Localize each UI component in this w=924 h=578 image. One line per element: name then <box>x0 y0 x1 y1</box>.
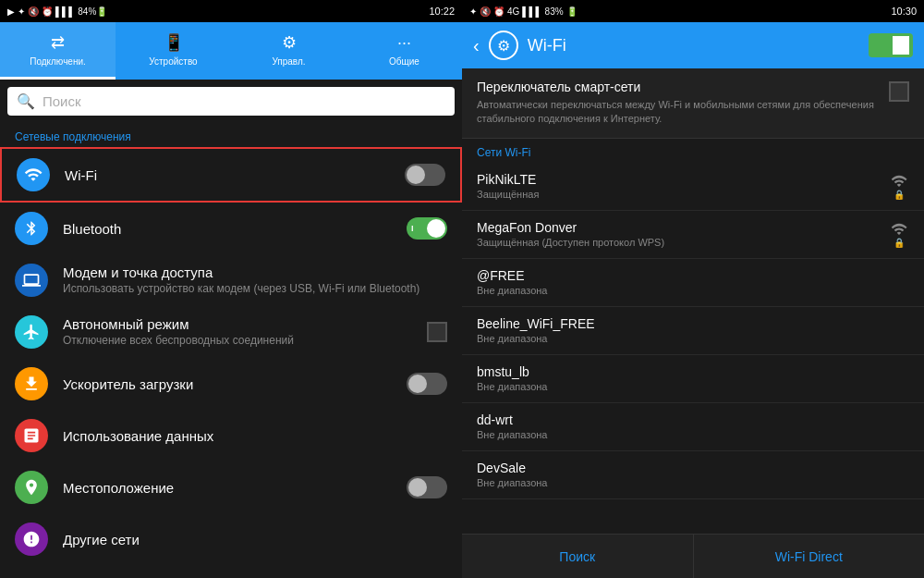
alarm-icon: ⏰ <box>42 6 53 17</box>
bluetooth-icon <box>15 212 48 245</box>
download-toggle[interactable] <box>407 373 447 395</box>
piknik-name: PikNikLTE <box>477 172 878 187</box>
wifi-master-toggle-thumb <box>893 36 909 55</box>
wifi-master-toggle[interactable] <box>869 33 913 57</box>
back-button[interactable]: ‹ <box>473 35 480 56</box>
time-display-left: 10:22 <box>429 6 455 17</box>
other-item-title: Другие сети <box>63 532 447 547</box>
settings-item-modem[interactable]: Модем и точка доступа Использовать устро… <box>0 254 462 306</box>
free-name: @FREE <box>477 268 909 283</box>
bluetooth-item-content: Bluetooth <box>63 221 392 237</box>
datausage-icon <box>15 419 48 452</box>
connections-icon: ⇄ <box>51 32 65 53</box>
airplane-icon <box>15 315 48 349</box>
smart-switch-description: Автоматически переключаться между Wi-Fi … <box>477 98 878 127</box>
network-item-megafon[interactable]: MegaFon Donver Защищённая (Доступен прот… <box>462 211 924 259</box>
ddwrt-status: Вне диапазона <box>477 429 909 440</box>
devsale-status: Вне диапазона <box>477 477 909 488</box>
play-icon: ▶ <box>7 6 15 17</box>
tab-connections[interactable]: ⇄ Подключени. <box>0 22 116 80</box>
network-item-free[interactable]: @FREE Вне диапазона <box>462 259 924 307</box>
devsale-content: DevSale Вне диапазона <box>477 461 909 488</box>
download-icon <box>15 367 48 400</box>
right-panel: ✦ 🔇 ⏰ 4G ▌▌▌ 83% 🔋 10:30 ‹ ⚙ Wi-Fi Перек… <box>462 0 924 578</box>
settings-item-datausage[interactable]: Использование данных <box>0 410 462 461</box>
download-item-title: Ускоритель загрузки <box>63 376 392 392</box>
wifi-settings-gear-icon: ⚙ <box>489 31 518 60</box>
controls-icon: ⚙ <box>282 32 297 53</box>
wifi-page-title: Wi-Fi <box>528 36 859 55</box>
right-signal-icon: ✦ <box>469 6 477 17</box>
search-button[interactable]: Поиск <box>462 535 694 578</box>
battery-left: 84%🔋 <box>78 6 107 17</box>
location-icon <box>15 471 48 504</box>
modem-icon <box>15 264 48 297</box>
wifi-direct-button[interactable]: Wi-Fi Direct <box>694 535 925 578</box>
wifi-item-title: Wi-Fi <box>65 167 390 183</box>
settings-item-location[interactable]: Местоположение <box>0 461 462 513</box>
smart-switch-checkbox[interactable] <box>889 81 909 102</box>
other-item-content: Другие сети <box>63 532 447 547</box>
tab-general[interactable]: ··· Общие <box>346 22 462 80</box>
smart-switch-section: Переключатель смарт-сети Автоматически п… <box>462 68 924 139</box>
search-bar[interactable]: 🔍 Поиск <box>7 87 455 116</box>
device-icon: 📱 <box>164 32 184 53</box>
tab-device[interactable]: 📱 Устройство <box>116 22 231 80</box>
airplane-item-title: Автономный режим <box>63 316 412 332</box>
wifi-direct-button-label: Wi-Fi Direct <box>775 549 843 564</box>
megafon-lock-icon: 🔒 <box>894 238 905 248</box>
beeline-content: Beeline_WiFi_FREE Вне диапазона <box>477 316 909 344</box>
devsale-name: DevSale <box>477 461 909 475</box>
smart-switch-content: Переключатель смарт-сети Автоматически п… <box>477 80 878 127</box>
wifi-toggle[interactable] <box>405 164 445 186</box>
right-bars-icon: ▌▌▌ <box>522 6 541 17</box>
other-networks-icon <box>15 523 48 556</box>
mute-icon: 🔇 <box>28 6 39 17</box>
modem-item-content: Модем и точка доступа Использовать устро… <box>63 264 447 297</box>
left-panel: ▶ ✦ 🔇 ⏰ ▌▌▌ 84%🔋 10:22 ⇄ Подключени. 📱 У… <box>0 0 462 578</box>
tab-controls[interactable]: ⚙ Управл. <box>231 22 346 80</box>
location-toggle[interactable] <box>407 476 447 498</box>
bmstu-status: Вне диапазона <box>477 381 909 392</box>
tab-device-label: Устройство <box>149 56 197 67</box>
right-mute-icon: 🔇 <box>480 6 491 17</box>
megafon-name: MegaFon Donver <box>477 220 878 235</box>
search-icon: 🔍 <box>17 92 35 110</box>
ddwrt-content: dd-wrt Вне диапазона <box>477 412 909 440</box>
megafon-content: MegaFon Donver Защищённая (Доступен прот… <box>477 220 878 248</box>
ddwrt-name: dd-wrt <box>477 412 909 427</box>
airplane-checkbox[interactable] <box>427 322 447 342</box>
network-item-ddwrt[interactable]: dd-wrt Вне диапазона <box>462 403 924 451</box>
network-list: PikNikLTE Защищённая 🔒 MegaFon Donver За… <box>462 163 924 534</box>
search-button-label: Поиск <box>559 549 595 564</box>
right-header: ‹ ⚙ Wi-Fi <box>462 22 924 68</box>
settings-item-download[interactable]: Ускоритель загрузки <box>0 358 462 410</box>
general-icon: ··· <box>397 33 411 53</box>
bluetooth-toggle[interactable]: I <box>407 217 447 240</box>
bmstu-content: bmstu_lb Вне диапазона <box>477 364 909 392</box>
tab-connections-label: Подключени. <box>30 56 86 67</box>
free-content: @FREE Вне диапазона <box>477 268 909 296</box>
settings-item-wifi[interactable]: Wi-Fi <box>0 147 462 203</box>
location-item-title: Местоположение <box>63 480 392 496</box>
megafon-status: Защищённая (Доступен протокол WPS) <box>477 237 878 248</box>
time-display-right: 10:30 <box>891 6 917 17</box>
tab-bar: ⇄ Подключени. 📱 Устройство ⚙ Управл. ···… <box>0 22 462 80</box>
megafon-signal: 🔒 <box>889 221 909 248</box>
airplane-item-content: Автономный режим Отключение всех беспров… <box>63 316 412 349</box>
tab-controls-label: Управл. <box>272 56 305 67</box>
settings-item-airplane[interactable]: Автономный режим Отключение всех беспров… <box>0 306 462 358</box>
left-status-bar: ▶ ✦ 🔇 ⏰ ▌▌▌ 84%🔋 10:22 <box>0 0 462 22</box>
bluetooth-status-icon: ✦ <box>18 6 25 17</box>
network-item-devsale[interactable]: DevSale Вне диапазона <box>462 451 924 499</box>
network-item-bmstu[interactable]: bmstu_lb Вне диапазона <box>462 355 924 403</box>
settings-item-other[interactable]: Другие сети <box>0 513 462 565</box>
wifi-item-content: Wi-Fi <box>65 167 390 183</box>
right-status-time: 10:30 <box>891 6 917 17</box>
datausage-item-content: Использование данных <box>63 428 447 444</box>
network-item-piknik[interactable]: PikNikLTE Защищённая 🔒 <box>462 163 924 211</box>
status-left-icons: ▶ ✦ 🔇 ⏰ ▌▌▌ 84%🔋 <box>7 6 107 17</box>
network-item-beeline[interactable]: Beeline_WiFi_FREE Вне диапазона <box>462 307 924 355</box>
settings-item-bluetooth[interactable]: Bluetooth I <box>0 203 462 254</box>
location-item-content: Местоположение <box>63 480 392 496</box>
